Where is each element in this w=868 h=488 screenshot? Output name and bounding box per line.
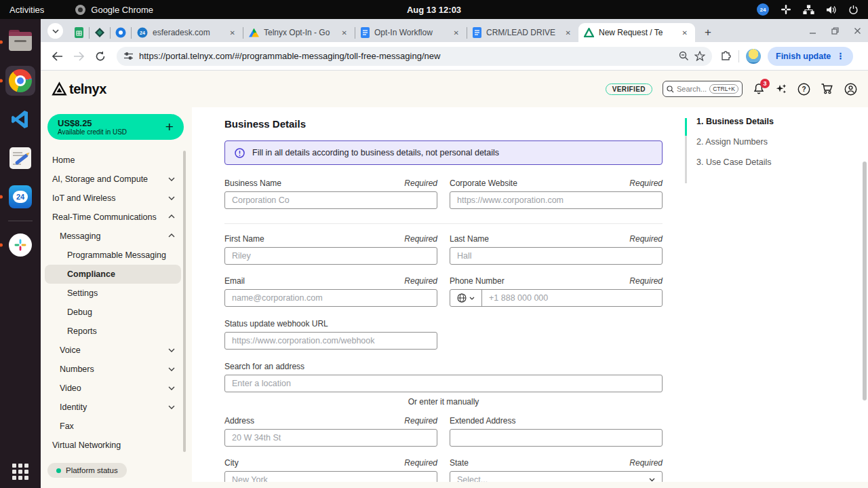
chevron-down-icon	[469, 297, 475, 300]
minimize-button[interactable]	[809, 27, 816, 35]
zoom-icon[interactable]	[679, 51, 689, 61]
calendar-24-icon[interactable]: 24	[757, 3, 769, 16]
extensions-icon[interactable]	[720, 50, 732, 62]
sidebar-item-compliance[interactable]: Compliance	[45, 265, 181, 284]
main-scrollbar[interactable]	[863, 162, 867, 400]
site-info-icon[interactable]	[123, 52, 134, 60]
show-apps-icon[interactable]	[12, 464, 28, 480]
slack-icon[interactable]	[5, 230, 35, 260]
blue-app-icon[interactable]	[111, 27, 131, 38]
activities-button[interactable]: Activities	[9, 5, 44, 15]
focused-app-menu[interactable]: Google Chrome	[75, 5, 153, 15]
help-button[interactable]: ?	[797, 83, 810, 96]
email-field[interactable]	[224, 289, 437, 307]
credit-balance[interactable]: US$8.25 Available credit in USD +	[47, 114, 184, 140]
sidebar-item-settings[interactable]: Settings	[45, 284, 181, 303]
ai-sparkles-button[interactable]	[775, 83, 787, 95]
close-window-button[interactable]	[854, 27, 861, 35]
webhook-url-field[interactable]	[224, 332, 437, 350]
notifications-button[interactable]: 3	[753, 83, 765, 96]
sidebar-scrollbar[interactable]	[183, 151, 186, 452]
docs-favicon	[473, 27, 481, 38]
sidebar-item-messaging[interactable]: Messaging	[45, 227, 181, 246]
sidebar-item-real-time-communications[interactable]: Real-Time Communications	[45, 208, 181, 227]
profile-avatar[interactable]	[746, 49, 761, 64]
slack-tray-icon[interactable]	[781, 4, 791, 15]
google-sheets-icon[interactable]	[68, 27, 89, 38]
sidebar-item-virtual-networking[interactable]: Virtual Networking	[45, 436, 181, 455]
webhook-url-label: Status update webhook URL	[224, 319, 328, 329]
sidebar-item-numbers[interactable]: Numbers	[45, 360, 181, 379]
telnyx-logo[interactable]: telnyx	[52, 81, 106, 97]
state-select[interactable]: Select...	[450, 471, 663, 488]
extended-address-field[interactable]	[450, 429, 663, 447]
browser-tab-4[interactable]: CRM/LEAD DRIVE✕	[467, 23, 578, 42]
sidebar-item-fax[interactable]: Fax	[45, 417, 181, 436]
credit-amount: US$8.25	[58, 118, 127, 128]
last-name-field[interactable]	[450, 247, 663, 265]
portal-search-input[interactable]: Search... CTRL+K	[663, 81, 743, 97]
address-field[interactable]	[224, 429, 437, 447]
sidebar-item-home[interactable]: Home	[45, 151, 181, 170]
corporate-website-field[interactable]	[450, 191, 663, 209]
sidebar-item-identity[interactable]: Identity	[45, 398, 181, 417]
sidebar-item-video[interactable]: Video	[45, 379, 181, 398]
sidebar-nav: HomeAI, Storage and ComputeIoT and Wirel…	[41, 151, 192, 455]
new-tab-button[interactable]: +	[699, 24, 717, 41]
reload-button[interactable]	[91, 47, 110, 66]
sidebar-item-iot-and-wireless[interactable]: IoT and Wireless	[45, 189, 181, 208]
url-bar[interactable]: https://portal.telnyx.com/#/programmable…	[117, 47, 712, 66]
finish-update-button[interactable]: Finish update ⋮	[768, 47, 853, 66]
browser-tab-5[interactable]: New Request / Te✕	[578, 23, 695, 42]
browser-tab-3[interactable]: Opt-In Workflow✕	[355, 23, 467, 42]
clock[interactable]: Aug 13 12:03	[407, 5, 461, 15]
files-icon[interactable]	[5, 27, 35, 57]
first-name-field[interactable]	[224, 247, 437, 265]
running-dot	[0, 79, 3, 83]
forward-button[interactable]	[69, 47, 88, 66]
sidebar-item-ai-storage-and-compute[interactable]: AI, Storage and Compute	[45, 170, 181, 189]
chrome-icon[interactable]	[5, 66, 35, 96]
tab-close-icon[interactable]: ✕	[340, 29, 349, 37]
menu-dots-icon[interactable]: ⋮	[836, 51, 845, 61]
browser-tab-2[interactable]: Telnyx Opt-In - Go✕	[243, 23, 355, 42]
url-text[interactable]: https://portal.telnyx.com/#/programmable…	[139, 51, 673, 61]
account-button[interactable]	[844, 83, 857, 96]
restore-button[interactable]	[831, 27, 839, 35]
phone-input[interactable]	[482, 290, 662, 305]
tab-search-button[interactable]	[47, 23, 63, 39]
cart-button[interactable]	[821, 83, 834, 95]
add-credit-button[interactable]: +	[165, 119, 174, 135]
vscode-icon[interactable]	[5, 105, 35, 134]
network-icon[interactable]	[803, 5, 814, 15]
sidebar-item-reports[interactable]: Reports	[45, 322, 181, 341]
browser-tab-1[interactable]: 24esferadesk.com✕	[132, 23, 243, 42]
sidebar-item-voice[interactable]: Voice	[45, 341, 181, 360]
info-banner: Fill in all details according to busines…	[224, 140, 663, 165]
notification-count-badge: 3	[760, 79, 770, 88]
power-icon[interactable]	[848, 5, 859, 15]
wizard-step-3[interactable]: 3. Use Case Details	[685, 157, 793, 167]
wizard-step-1[interactable]: 1. Business Details	[685, 117, 793, 126]
business-name-field[interactable]	[224, 191, 437, 209]
address-search-field[interactable]	[224, 375, 663, 392]
pinned-tabs	[68, 23, 132, 42]
text-editor-icon[interactable]	[5, 143, 35, 173]
country-code-select[interactable]	[450, 290, 482, 306]
status-dot-icon	[56, 468, 61, 473]
esfera-icon[interactable]	[90, 27, 110, 38]
back-button[interactable]	[47, 47, 66, 66]
tab-close-icon[interactable]: ✕	[680, 29, 690, 37]
sidebar-item-label: AI, Storage and Compute	[52, 174, 148, 184]
bookmark-star-icon[interactable]	[694, 51, 705, 61]
platform-status-button[interactable]: Platform status	[47, 463, 127, 478]
tab-close-icon[interactable]: ✕	[564, 29, 573, 37]
wizard-step-2[interactable]: 2. Assign Numbers	[685, 137, 793, 147]
tab-close-icon[interactable]: ✕	[452, 29, 461, 37]
sidebar-item-debug[interactable]: Debug	[45, 303, 181, 322]
sidebar-item-programmable-messaging[interactable]: Programmable Messaging	[45, 246, 181, 265]
bitrix24-icon[interactable]: 24	[5, 182, 35, 212]
tab-close-icon[interactable]: ✕	[228, 29, 237, 37]
city-field[interactable]	[224, 471, 437, 488]
volume-icon[interactable]	[826, 5, 837, 15]
